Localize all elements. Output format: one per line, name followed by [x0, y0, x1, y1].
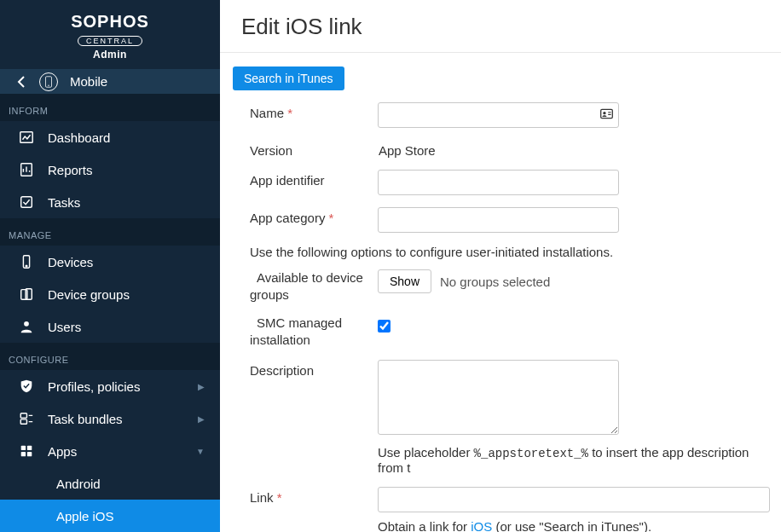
- section-inform: INFORM Dashboard Reports Tasks: [0, 94, 220, 218]
- label-app-identifier: App identifier: [233, 170, 378, 188]
- sidebar-item-label: Task bundles: [48, 412, 123, 426]
- device-groups-icon: [17, 286, 36, 302]
- app-category-input[interactable]: [378, 207, 619, 233]
- ios-link[interactable]: iOS: [471, 519, 492, 532]
- breadcrumb-label: Mobile: [70, 74, 107, 89]
- no-groups-text: No groups selected: [440, 275, 550, 289]
- svg-point-9: [24, 321, 29, 327]
- apps-icon: [17, 443, 36, 459]
- svg-rect-16: [601, 109, 613, 118]
- svg-rect-4: [21, 197, 32, 208]
- description-textarea[interactable]: [378, 360, 619, 435]
- label-link: Link *: [233, 487, 378, 505]
- sidebar-item-reports[interactable]: Reports: [0, 153, 220, 186]
- label-version: Version: [233, 140, 378, 158]
- show-groups-button[interactable]: Show: [378, 269, 431, 293]
- name-input[interactable]: [378, 102, 619, 128]
- shield-icon: [17, 379, 36, 394]
- section-header-configure: CONFIGURE: [0, 343, 220, 370]
- sidebar-item-label: Users: [48, 320, 81, 334]
- options-hint: Use the following options to configure u…: [233, 245, 781, 259]
- tasks-icon: [17, 194, 36, 210]
- sidebar-item-devices[interactable]: Devices: [0, 246, 220, 278]
- link-input[interactable]: [378, 487, 770, 512]
- dashboard-icon: [17, 130, 36, 145]
- label-name: Name *: [233, 102, 378, 120]
- brand-logo: SOPHOS CENTRAL Admin: [0, 0, 220, 69]
- sidebar-item-label: Android: [56, 477, 101, 491]
- sidebar-subitem-apple-ios[interactable]: Apple iOS: [0, 500, 220, 532]
- brand-sub2: Admin: [0, 49, 220, 61]
- bundles-icon: [17, 411, 36, 426]
- label-app-category: App category *: [233, 207, 378, 225]
- placeholder-hint: Use placeholder %_appstoretext_% to inse…: [378, 445, 772, 475]
- section-header-manage: MANAGE: [0, 218, 220, 246]
- sidebar-item-tasks[interactable]: Tasks: [0, 186, 220, 218]
- sidebar-item-label: Devices: [48, 255, 93, 269]
- svg-rect-11: [20, 419, 26, 424]
- sidebar-item-apps[interactable]: Apps ▼: [0, 435, 220, 467]
- users-icon: [17, 319, 36, 334]
- sidebar-item-label: Device groups: [48, 287, 130, 302]
- sidebar-item-label: Apple iOS: [56, 509, 114, 523]
- svg-rect-13: [27, 446, 32, 450]
- chevron-right-icon: ▶: [198, 414, 205, 424]
- svg-point-17: [603, 112, 605, 114]
- label-smc-managed: SMC managed installation: [233, 315, 378, 348]
- app-identifier-input[interactable]: [378, 170, 619, 195]
- svg-rect-15: [27, 452, 32, 456]
- reports-icon: [17, 162, 36, 177]
- sidebar-item-label: Apps: [48, 444, 77, 459]
- sidebar-item-label: Tasks: [48, 195, 80, 210]
- page-title: Edit iOS link: [220, 0, 781, 53]
- brand-name: SOPHOS: [0, 12, 220, 32]
- brand-sub1: CENTRAL: [78, 36, 142, 46]
- section-configure: CONFIGURE Profiles, policies ▶ Task bund…: [0, 343, 220, 532]
- sidebar: SOPHOS CENTRAL Admin Mobile INFORM Dashb…: [0, 0, 220, 532]
- chevron-down-icon: ▼: [196, 447, 205, 456]
- sidebar-item-device-groups[interactable]: Device groups: [0, 278, 220, 310]
- svg-rect-12: [21, 446, 26, 450]
- svg-point-6: [26, 265, 27, 267]
- device-icon: [17, 254, 36, 269]
- svg-point-1: [48, 84, 49, 85]
- svg-rect-10: [20, 413, 26, 418]
- section-manage: MANAGE Devices Device groups Users: [0, 218, 220, 343]
- link-hint: Obtain a link for iOS (or use "Search in…: [378, 519, 772, 532]
- back-icon[interactable]: [15, 73, 27, 90]
- smc-managed-checkbox[interactable]: [378, 320, 390, 332]
- sidebar-item-label: Reports: [48, 163, 93, 177]
- sidebar-item-label: Dashboard: [48, 130, 110, 145]
- version-value: App Store: [378, 140, 772, 158]
- sidebar-item-task-bundles[interactable]: Task bundles ▶: [0, 402, 220, 435]
- sidebar-item-dashboard[interactable]: Dashboard: [0, 121, 220, 153]
- sidebar-item-label: Profiles, policies: [48, 379, 140, 394]
- breadcrumb[interactable]: Mobile: [0, 69, 220, 94]
- sidebar-subitem-android[interactable]: Android: [0, 467, 220, 500]
- mobile-icon: [39, 72, 58, 91]
- sidebar-item-users[interactable]: Users: [0, 310, 220, 343]
- label-description: Description: [233, 360, 378, 378]
- section-header-inform: INFORM: [0, 94, 220, 121]
- chevron-right-icon: ▶: [198, 382, 205, 391]
- svg-rect-14: [21, 452, 26, 456]
- contact-card-icon[interactable]: [599, 107, 614, 124]
- label-available-groups: Available to device groups: [233, 269, 378, 303]
- search-itunes-button[interactable]: Search in iTunes: [233, 66, 344, 90]
- sidebar-item-profiles-policies[interactable]: Profiles, policies ▶: [0, 370, 220, 402]
- main-content: Edit iOS link Search in iTunes Name * Ve…: [220, 0, 781, 532]
